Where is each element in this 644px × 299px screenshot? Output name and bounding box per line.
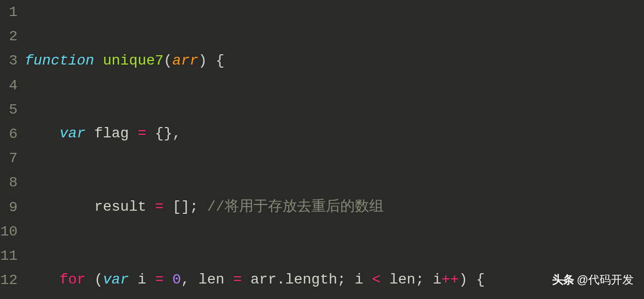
line-number: 1 [0,0,18,24]
line-number: 9 [0,195,18,219]
watermark-author: @代码开发 [577,271,634,290]
code-line: for (var i = 0, len = arr.length; i < le… [25,267,644,292]
line-gutter: 1 2 3 4 5 6 7 8 9 10 11 12 [0,0,25,299]
line-number: 8 [0,170,18,195]
code-line: result = []; //将用于存放去重后的数组 [25,195,644,219]
line-number: 2 [0,24,18,49]
code-area[interactable]: function unique7(arr) { var flag = {}, r… [25,0,644,299]
code-editor: 1 2 3 4 5 6 7 8 9 10 11 12 function uniq… [0,0,644,299]
line-number: 4 [0,73,18,98]
line-number: 10 [0,219,18,244]
line-number: 3 [0,49,18,73]
watermark: 头条 @代码开发 [552,271,634,290]
line-number: 12 [0,268,18,292]
watermark-brand: 头条 [552,271,574,290]
line-number: 11 [0,244,18,268]
code-line: function unique7(arr) { [25,49,644,73]
code-line: var flag = {}, [25,121,644,146]
line-number: 6 [0,122,18,146]
line-number: 7 [0,146,18,170]
line-number: 5 [0,98,18,122]
